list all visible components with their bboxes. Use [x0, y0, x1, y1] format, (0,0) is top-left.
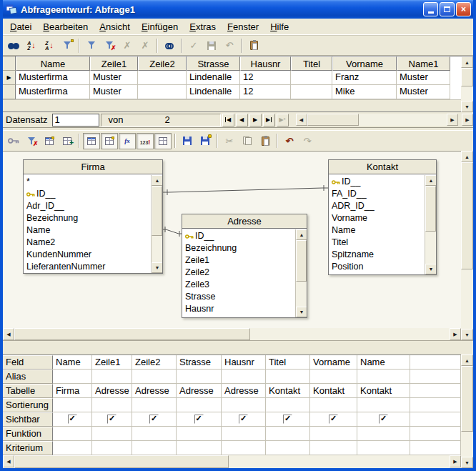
- apply-button[interactable]: ✓: [185, 37, 202, 54]
- kriterium-cell[interactable]: [92, 441, 132, 455]
- sortierung-cell[interactable]: [53, 398, 92, 412]
- filter-button[interactable]: [83, 37, 100, 54]
- field-item[interactable]: FA_ID__: [329, 188, 425, 200]
- field-item[interactable]: Strasse: [182, 291, 295, 303]
- alias-cell[interactable]: [177, 370, 222, 384]
- maximize-button[interactable]: [440, 2, 455, 16]
- field-item[interactable]: Spitzname: [329, 249, 425, 261]
- tabelle-cell[interactable]: Kontakt: [266, 384, 310, 398]
- table-box-adresse[interactable]: Adresse ID__ Bezeichnung Zeile1 Zeile2 Z…: [182, 214, 307, 318]
- save-record-button[interactable]: [197, 133, 214, 149]
- menu-ansicht[interactable]: Ansicht: [94, 19, 136, 34]
- menu-datei[interactable]: Datei: [4, 19, 37, 34]
- sort-descending-button[interactable]: ZA↓: [41, 37, 58, 54]
- datasheet-vertical-scrollbar[interactable]: ▲ ▼: [461, 56, 473, 112]
- field-item[interactable]: Vorname: [329, 212, 425, 224]
- scroll-down-icon[interactable]: ▼: [425, 264, 436, 274]
- previous-record-button[interactable]: ◀: [236, 114, 248, 127]
- alias-cell[interactable]: [266, 370, 310, 384]
- distinct-values-toggle[interactable]: 123!: [137, 133, 154, 149]
- kriterium-cell[interactable]: [357, 441, 410, 455]
- cell[interactable]: Lindenalle: [187, 85, 240, 99]
- tabelle-cell[interactable]: Adresse: [92, 384, 132, 398]
- save-button-2[interactable]: [179, 133, 196, 149]
- scroll-up-icon[interactable]: ▲: [461, 151, 473, 162]
- alias-cell[interactable]: [92, 370, 132, 384]
- revert-button[interactable]: ↶: [221, 37, 238, 54]
- tabelle-cell[interactable]: Adresse: [132, 384, 177, 398]
- funktion-cell[interactable]: [132, 427, 177, 441]
- scroll-up-icon[interactable]: ▲: [461, 355, 473, 366]
- query-grid-vertical-scrollbar[interactable]: ▲ ▼: [461, 355, 473, 468]
- feld-cell[interactable]: Name: [357, 355, 410, 370]
- feld-cell-empty[interactable]: [410, 355, 461, 370]
- design-horizontal-scrollbar[interactable]: ◀ ▶: [3, 328, 461, 340]
- minimize-button[interactable]: [423, 2, 438, 16]
- cell[interactable]: [291, 85, 332, 99]
- row-selector-header[interactable]: [3, 56, 16, 71]
- scroll-up-icon[interactable]: ▲: [425, 175, 436, 186]
- menu-einfuegen[interactable]: Einfügen: [136, 19, 184, 34]
- datasheet-horizontal-scrollbar[interactable]: ◀ ▶: [296, 114, 458, 126]
- field-item[interactable]: Name: [24, 224, 151, 237]
- column-header-titel[interactable]: Titel: [291, 56, 332, 71]
- undo-button[interactable]: ↶: [281, 133, 298, 149]
- sortierung-cell[interactable]: [177, 398, 222, 412]
- key-button[interactable]: [5, 133, 22, 149]
- last-record-button[interactable]: ▶: [263, 114, 275, 127]
- table-names-toggle[interactable]: [83, 133, 100, 149]
- first-record-button[interactable]: ◀: [222, 114, 234, 127]
- kriterium-cell[interactable]: [53, 441, 92, 455]
- kriterium-cell[interactable]: [310, 441, 357, 455]
- column-header-vorname[interactable]: Vorname: [332, 56, 397, 71]
- scroll-right-icon[interactable]: ▶: [450, 455, 461, 467]
- add-table-button[interactable]: +: [59, 133, 76, 149]
- scroll-up-icon[interactable]: ▲: [296, 229, 307, 240]
- menu-extras[interactable]: Extras: [184, 19, 222, 34]
- save-button[interactable]: [203, 37, 220, 54]
- scroll-left-icon[interactable]: ◀: [3, 328, 14, 340]
- scroll-right-icon[interactable]: ▶: [450, 328, 461, 340]
- remove-filter-button[interactable]: ✗: [101, 37, 118, 54]
- table-title[interactable]: Adresse: [182, 214, 307, 229]
- sortierung-cell[interactable]: [310, 398, 357, 412]
- cell[interactable]: Muster: [397, 71, 450, 85]
- alias-cell[interactable]: [222, 370, 266, 384]
- sichtbar-checkbox[interactable]: [239, 415, 248, 424]
- scroll-down-icon[interactable]: ▼: [461, 457, 473, 468]
- field-item[interactable]: Name2: [24, 237, 151, 249]
- funktion-cell[interactable]: [92, 427, 132, 441]
- alias-cell[interactable]: [410, 370, 461, 384]
- field-item[interactable]: Zeile3: [182, 279, 295, 291]
- scroll-down-icon[interactable]: ▼: [296, 307, 307, 317]
- menu-bearbeiten[interactable]: Bearbeiten: [37, 19, 94, 34]
- scroll-down-icon[interactable]: ▼: [461, 329, 473, 340]
- design-canvas[interactable]: Firma * ID__ Adr_ID__ Bezeichnung Name N…: [3, 151, 461, 328]
- titlebar[interactable]: Abfrageentwurf: Abfrage1 ×: [3, 0, 473, 19]
- field-item[interactable]: LieferantenNummer: [24, 261, 151, 273]
- field-item[interactable]: *: [24, 176, 151, 188]
- field-item[interactable]: KundenNummer: [24, 249, 151, 261]
- field-item[interactable]: Titel: [329, 237, 425, 249]
- table-scrollbar[interactable]: ▲ ▼: [425, 175, 436, 274]
- datasheet-toggle[interactable]: [154, 133, 172, 149]
- tabelle-cell-empty[interactable]: [410, 384, 461, 398]
- field-item[interactable]: ADR_ID__: [329, 200, 425, 212]
- menu-hilfe[interactable]: Hilfe: [264, 19, 294, 34]
- alias-cell[interactable]: [310, 370, 357, 384]
- scroll-down-icon[interactable]: ▼: [461, 101, 473, 112]
- paste-button-2[interactable]: [257, 133, 274, 149]
- scroll-right-edge-icon[interactable]: ▶: [462, 114, 473, 126]
- sort-ascending-button[interactable]: AZ↓: [23, 37, 40, 54]
- feld-cell[interactable]: Hausnr: [222, 355, 266, 370]
- field-item[interactable]: ID__: [182, 230, 295, 242]
- functions-toggle[interactable]: fx: [119, 133, 136, 149]
- scroll-left-icon[interactable]: ◀: [296, 114, 307, 126]
- cancel-button[interactable]: ✗: [119, 37, 136, 54]
- remove-filter-button-2[interactable]: ✗: [23, 133, 40, 149]
- tabelle-cell[interactable]: Kontakt: [357, 384, 410, 398]
- alias-cell[interactable]: [53, 370, 92, 384]
- funktion-cell[interactable]: [410, 427, 461, 441]
- sichtbar-checkbox[interactable]: [379, 415, 388, 424]
- cell[interactable]: 12: [240, 71, 291, 85]
